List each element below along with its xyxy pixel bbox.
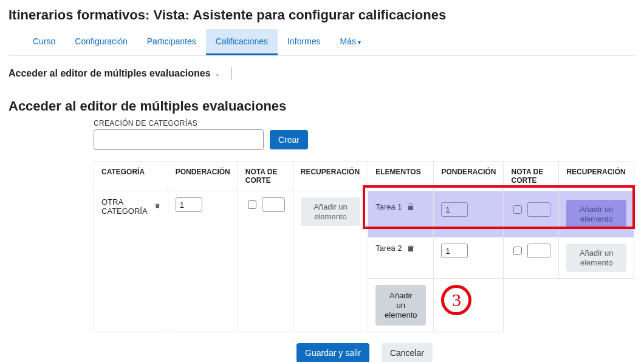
element-cut-cell: [504, 191, 559, 237]
chevron-down-icon: ▾: [358, 39, 361, 46]
category-name: OTRA CATEGORÍA: [101, 197, 150, 216]
category-add-recup-button[interactable]: Añadir un elemento: [301, 197, 361, 226]
trash-icon[interactable]: [407, 244, 414, 252]
category-cut-checkbox[interactable]: [248, 200, 256, 209]
element-add-recup-button[interactable]: Añadir un elemento: [566, 244, 626, 272]
step-badge: 3: [441, 285, 471, 315]
element-add-recup-button[interactable]: Añadir un elemento: [566, 200, 626, 228]
col-ponderacion-el: PONDERACIÓN: [434, 162, 504, 191]
element-cut-checkbox[interactable]: [513, 205, 522, 214]
category-name-input[interactable]: [94, 129, 264, 150]
trash-icon[interactable]: [407, 203, 414, 211]
element-weight-input[interactable]: [441, 244, 468, 258]
element-cut-input[interactable]: [527, 202, 550, 217]
save-button[interactable]: Guardar y salir: [296, 343, 369, 362]
step-badge-cell: 3: [434, 279, 504, 332]
element-cut-checkbox[interactable]: [513, 247, 522, 255]
empty-cell: [559, 279, 634, 332]
add-element-button[interactable]: Añadir un elemento: [375, 285, 426, 326]
element-weight-cell: [434, 237, 504, 279]
page-title: Itinerarios formativos: Vista: Asistente…: [9, 7, 635, 23]
col-recuperacion-el: RECUPERACIÓN: [559, 162, 634, 191]
col-nota-corte-el: NOTA DE CORTE: [504, 162, 559, 191]
col-nota-corte: NOTA DE CORTE: [238, 162, 293, 191]
table-row: OTRA CATEGORÍA: [94, 191, 634, 237]
tab-mas[interactable]: Más▾: [331, 29, 371, 55]
table-header-row: CATEGORÍA PONDERACIÓN NOTA DE CORTE RECU…: [94, 162, 634, 191]
section-switcher[interactable]: Acceder al editor de múltiples evaluacio…: [9, 67, 635, 80]
tab-curso[interactable]: Curso: [23, 29, 65, 55]
element-name-cell: Tarea 1: [368, 191, 434, 237]
element-cut-cell: [504, 237, 559, 279]
element-name: Tarea 1: [375, 202, 402, 211]
cancel-button[interactable]: Cancelar: [382, 343, 433, 362]
element-weight-cell: [434, 191, 504, 237]
section-switcher-label: Acceder al editor de múltiples evaluacio…: [9, 68, 211, 79]
category-create-label: CREACIÓN DE CATEGORÍAS: [94, 119, 635, 128]
add-element-cell: Añadir un elemento: [368, 279, 434, 332]
empty-cell: [504, 279, 559, 332]
category-cut-cell: [238, 191, 293, 332]
element-weight-input[interactable]: [441, 202, 468, 217]
create-category-button[interactable]: Crear: [270, 130, 308, 149]
tab-nav: Curso Configuración Participantes Califi…: [9, 29, 635, 56]
category-name-cell: OTRA CATEGORÍA: [94, 191, 168, 332]
tab-calificaciones[interactable]: Calificaciones: [206, 29, 278, 55]
trash-icon[interactable]: [155, 203, 160, 211]
col-recuperacion: RECUPERACIÓN: [293, 162, 368, 191]
tab-participantes[interactable]: Participantes: [137, 29, 206, 55]
tab-mas-label: Más: [340, 36, 356, 46]
element-name-cell: Tarea 2: [368, 237, 434, 279]
category-recup-cell: Añadir un elemento: [293, 191, 368, 332]
col-elementos: ELEMENTOS: [368, 162, 434, 191]
element-recup-cell: Añadir un elemento: [559, 237, 634, 279]
category-weight-input[interactable]: [176, 197, 202, 212]
tab-configuracion[interactable]: Configuración: [65, 29, 137, 55]
grades-table: CATEGORÍA PONDERACIÓN NOTA DE CORTE RECU…: [94, 161, 634, 332]
tab-informes[interactable]: Informes: [278, 29, 330, 55]
category-cut-input[interactable]: [262, 197, 285, 212]
col-categoria: CATEGORÍA: [94, 162, 168, 191]
chevron-down-icon: ⌄: [214, 70, 220, 78]
category-weight-cell: [168, 191, 238, 332]
col-ponderacion: PONDERACIÓN: [168, 162, 238, 191]
element-recup-cell: Añadir un elemento: [559, 191, 634, 237]
section-heading: Acceder al editor de múltiples evaluacio…: [9, 98, 635, 114]
divider: [231, 67, 231, 80]
element-name: Tarea 2: [375, 244, 402, 253]
element-cut-input[interactable]: [527, 244, 550, 258]
